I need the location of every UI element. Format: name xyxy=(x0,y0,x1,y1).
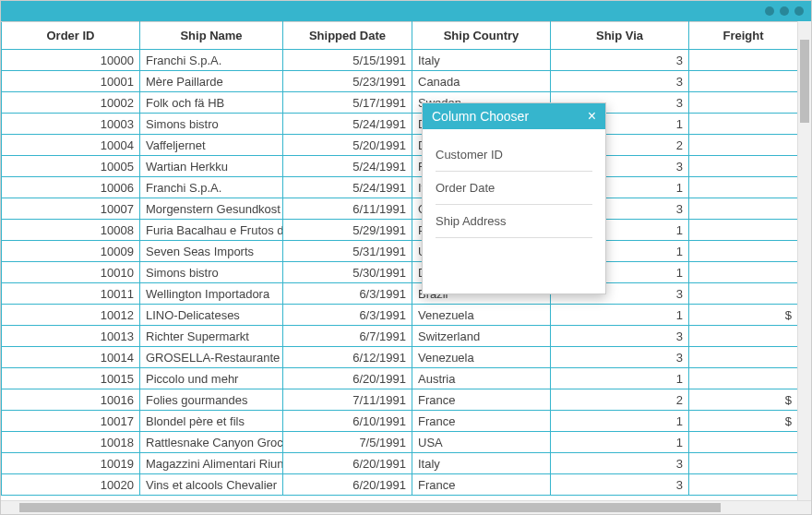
cell-freight: $ xyxy=(689,305,798,326)
col-header-order-id[interactable]: Order ID xyxy=(2,22,140,50)
table-row[interactable]: 10009Seven Seas Imports5/31/1991UK1 xyxy=(2,241,798,262)
cell-order-id: 10005 xyxy=(2,156,140,177)
cell-freight: $ xyxy=(689,411,798,432)
chooser-item-order-date[interactable]: Order Date xyxy=(436,172,592,205)
cell-order-id: 10001 xyxy=(2,71,140,92)
table-row[interactable]: 10003Simons bistro5/24/1991Denmark1 xyxy=(2,114,798,135)
col-header-ship-country[interactable]: Ship Country xyxy=(412,22,551,50)
horizontal-scroll-thumb[interactable] xyxy=(19,503,721,512)
vertical-scroll-thumb[interactable] xyxy=(800,40,809,123)
cell-shipped-date: 6/20/1991 xyxy=(283,368,412,389)
cell-shipped-date: 6/3/1991 xyxy=(283,305,412,326)
window-control-close-icon[interactable] xyxy=(794,6,804,16)
cell-ship-name: Blondel père et fils xyxy=(140,411,283,432)
cell-shipped-date: 6/11/1991 xyxy=(283,198,412,220)
col-header-ship-name[interactable]: Ship Name xyxy=(140,22,283,50)
table-row[interactable]: 10001Mère Paillarde5/23/1991Canada3 xyxy=(2,71,798,92)
cell-ship-name: Simons bistro xyxy=(140,262,283,283)
cell-shipped-date: 5/31/1991 xyxy=(283,241,412,262)
cell-shipped-date: 5/24/1991 xyxy=(283,177,412,198)
cell-shipped-date: 5/15/1991 xyxy=(283,50,412,71)
cell-order-id: 10007 xyxy=(2,198,140,220)
grid-viewport[interactable]: Order ID Ship Name Shipped Date Ship Cou… xyxy=(1,21,797,500)
chooser-item-ship-address[interactable]: Ship Address xyxy=(436,205,592,238)
cell-ship-country: Canada xyxy=(412,71,551,92)
cell-freight xyxy=(689,347,798,368)
cell-order-id: 10009 xyxy=(2,241,140,262)
column-chooser-header[interactable]: Column Chooser × xyxy=(423,103,605,129)
table-row[interactable]: 10011Wellington Importadora6/3/1991Brazi… xyxy=(2,283,798,305)
cell-ship-via: 3 xyxy=(551,474,689,496)
cell-freight xyxy=(689,453,798,474)
col-header-ship-via[interactable]: Ship Via xyxy=(551,22,689,50)
app-window: Order ID Ship Name Shipped Date Ship Cou… xyxy=(0,0,812,515)
cell-order-id: 10020 xyxy=(2,474,140,496)
header-row: Order ID Ship Name Shipped Date Ship Cou… xyxy=(2,22,798,50)
table-row[interactable]: 10012LINO-Delicateses6/3/1991Venezuela1$ xyxy=(2,305,798,326)
cell-freight xyxy=(689,198,798,220)
cell-ship-name: Wartian Herkku xyxy=(140,156,283,177)
table-row[interactable]: 10019Magazzini Alimentari Riunit6/20/199… xyxy=(2,453,798,474)
cell-shipped-date: 7/11/1991 xyxy=(283,389,412,411)
cell-freight xyxy=(689,71,798,92)
cell-shipped-date: 5/29/1991 xyxy=(283,220,412,241)
table-row[interactable]: 10007Morgenstern Gesundkost6/11/1991Germ… xyxy=(2,198,798,220)
col-header-shipped-date[interactable]: Shipped Date xyxy=(283,22,412,50)
column-chooser-popup: Column Chooser × Customer ID Order Date … xyxy=(422,102,606,294)
window-control-max-icon[interactable] xyxy=(780,6,789,16)
cell-freight xyxy=(689,156,798,177)
cell-shipped-date: 5/24/1991 xyxy=(283,114,412,135)
cell-ship-via: 3 xyxy=(551,347,689,368)
column-chooser-body: Customer ID Order Date Ship Address xyxy=(423,129,605,293)
cell-ship-via: 1 xyxy=(551,305,689,326)
table-row[interactable]: 10020Vins et alcools Chevalier6/20/1991F… xyxy=(2,474,798,496)
cell-order-id: 10006 xyxy=(2,177,140,198)
cell-ship-name: Folies gourmandes xyxy=(140,389,283,411)
cell-ship-via: 3 xyxy=(551,71,689,92)
cell-shipped-date: 5/23/1991 xyxy=(283,71,412,92)
table-row[interactable]: 10006Franchi S.p.A.5/24/1991Italy1 xyxy=(2,177,798,198)
col-header-freight[interactable]: Freight xyxy=(689,22,798,50)
table-row[interactable]: 10005Wartian Herkku5/24/1991Finland3 xyxy=(2,156,798,177)
cell-freight xyxy=(689,114,798,135)
table-row[interactable]: 10017Blondel père et fils6/10/1991France… xyxy=(2,411,798,432)
cell-order-id: 10008 xyxy=(2,220,140,241)
cell-order-id: 10013 xyxy=(2,326,140,347)
table-row[interactable]: 10014GROSELLA-Restaurante6/12/1991Venezu… xyxy=(2,347,798,368)
window-control-min-icon[interactable] xyxy=(765,6,774,16)
cell-order-id: 10012 xyxy=(2,305,140,326)
cell-freight xyxy=(689,92,798,114)
table-row[interactable]: 10016Folies gourmandes7/11/1991France2$ xyxy=(2,389,798,411)
column-chooser-title: Column Chooser xyxy=(432,109,529,124)
table-row[interactable]: 10018Rattlesnake Canyon Grocery7/5/1991U… xyxy=(2,432,798,453)
table-row[interactable]: 10004Vaffeljernet5/20/1991Denmark2 xyxy=(2,135,798,156)
cell-freight xyxy=(689,220,798,241)
cell-ship-name: Furia Bacalhau e Frutos do M xyxy=(140,220,283,241)
cell-order-id: 10002 xyxy=(2,92,140,114)
cell-ship-name: Rattlesnake Canyon Grocery xyxy=(140,432,283,453)
cell-order-id: 10019 xyxy=(2,453,140,474)
close-icon[interactable]: × xyxy=(588,109,596,124)
cell-ship-via: 3 xyxy=(551,326,689,347)
cell-order-id: 10016 xyxy=(2,389,140,411)
cell-ship-via: 3 xyxy=(551,50,689,71)
cell-ship-name: Mère Paillarde xyxy=(140,71,283,92)
cell-order-id: 10015 xyxy=(2,368,140,389)
cell-shipped-date: 6/3/1991 xyxy=(283,283,412,305)
cell-ship-name: GROSELLA-Restaurante xyxy=(140,347,283,368)
table-row[interactable]: 10002Folk och fä HB5/17/1991Sweden3 xyxy=(2,92,798,114)
titlebar xyxy=(1,1,811,21)
cell-order-id: 10011 xyxy=(2,283,140,305)
table-row[interactable]: 10000Franchi S.p.A.5/15/1991Italy3 xyxy=(2,50,798,71)
table-row[interactable]: 10015Piccolo und mehr6/20/1991Austria1 xyxy=(2,368,798,389)
vertical-scrollbar[interactable] xyxy=(797,21,811,500)
table-row[interactable]: 10013Richter Supermarkt6/7/1991Switzerla… xyxy=(2,326,798,347)
cell-shipped-date: 6/12/1991 xyxy=(283,347,412,368)
horizontal-scrollbar[interactable] xyxy=(1,500,811,514)
chooser-item-customer-id[interactable]: Customer ID xyxy=(436,138,592,172)
cell-ship-country: Austria xyxy=(412,368,551,389)
cell-shipped-date: 5/17/1991 xyxy=(283,92,412,114)
cell-ship-via: 1 xyxy=(551,432,689,453)
table-row[interactable]: 10008Furia Bacalhau e Frutos do M5/29/19… xyxy=(2,220,798,241)
table-row[interactable]: 10010Simons bistro5/30/1991Denmark1 xyxy=(2,262,798,283)
